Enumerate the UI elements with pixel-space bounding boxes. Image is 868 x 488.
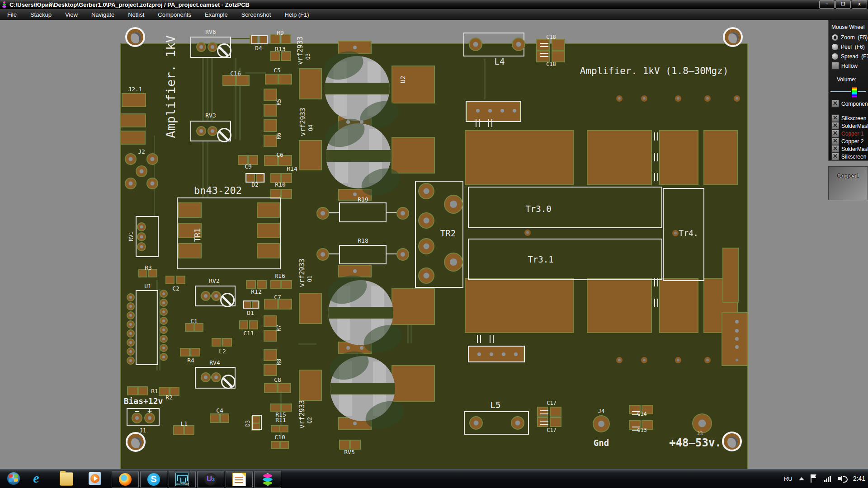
mouse-wheel-label: Mouse Wheel [831,24,864,30]
radio-label: Zoom (F5) [841,34,868,41]
layer-label: Copper 1 [841,131,863,137]
layer-label: Copper 2 [841,138,863,145]
radio-spread[interactable] [831,53,839,60]
hollow-checkbox-row[interactable]: Hollow [831,62,858,70]
layer-checkbox[interactable]: ✕ [831,137,839,145]
media-player-icon [89,472,101,485]
layer-label: Silkscreen [841,154,866,160]
disc-cyan [263,478,273,481]
language-indicator[interactable]: RU [784,475,793,482]
radio-peel[interactable] [831,43,839,51]
hole-drill [131,32,141,43]
u3-app-icon: U3 [204,473,217,486]
taskbar-icon-internet-explorer[interactable]: e [30,472,43,486]
window-titlebar[interactable]: C:\Users\Юрий\Desktop\Gerber1.0\PA_proje… [0,0,868,9]
taskbar-icon-start-orb[interactable] [7,472,21,486]
active-layer-label: Copper1 [837,172,859,179]
layer-soldermask-1[interactable]: ✕SolderMask [831,122,868,130]
layer-soldermask-4[interactable]: ✕SolderMask [831,145,868,153]
close-button[interactable]: x [852,0,867,9]
wave-glyph [177,475,188,481]
taskbar-icon-media-player[interactable] [89,472,102,486]
volume-label: Volume: [837,76,856,83]
layer-checkbox[interactable]: ✕ [831,145,839,153]
pcb-copper-pad [282,35,290,43]
logic-analyzer-icon: openVPSDA [175,473,189,486]
taskbar-icon-explorer-folder[interactable] [60,472,73,486]
window-title: C:\Users\Юрий\Desktop\Gerber1.0\PA_proje… [9,1,250,8]
hole-drill [728,32,739,43]
view-controls-panel: Mouse Wheel Hollow Volume: ✕ Components … [828,20,868,161]
restore-button[interactable]: ❐ [835,0,851,9]
hole-annulus [127,29,143,45]
desktop-screen: C:\Users\Юрий\Desktop\Gerber1.0\PA_proje… [0,0,868,488]
layer-checkbox[interactable]: ✕ [831,130,839,137]
pcb-label-rv6: RV6 [205,29,216,35]
skype-icon: S [147,473,160,486]
layer-checkbox[interactable]: ✕ [831,122,839,130]
pcb-trace [231,38,250,39]
taskbar-button-schematic-doc[interactable] [226,471,253,488]
volume-slider-groove [830,91,866,92]
internet-explorer-icon: e [30,472,42,485]
pcb-silkscreen-outline [251,35,268,44]
app-icon [1,1,7,8]
layer-checkbox[interactable]: ✕ [831,114,839,122]
menu-stackup[interactable]: Stackup [30,11,52,18]
volume-slider[interactable] [830,87,866,97]
layer-copper 1-2[interactable]: ✕Copper 1 [831,130,863,137]
pcb-label-r9: R9 [277,30,284,36]
explorer-folder-icon [60,472,73,486]
menu-navigate[interactable]: Navigate [91,11,114,18]
taskbar: eSopenVPSDAU3 [0,469,868,488]
pcb-copper-pad [271,35,279,43]
layer-label: SolderMask [841,123,868,129]
hollow-checkbox[interactable] [831,62,839,70]
pcb-viewport[interactable]: Amplifier. 1kVAmplifier. 1kV (1.8–30Mgz)… [0,20,868,469]
hole-annulus [725,29,741,45]
menu-view[interactable]: View [65,11,78,18]
menu-example[interactable]: Example [205,11,228,18]
layer-label: Silkscreen [841,115,866,122]
clock[interactable]: 2:41 [853,475,865,482]
schematic-doc-icon [232,473,246,486]
volume-speaker-icon[interactable] [838,475,847,482]
disc-green [263,481,272,485]
mini-text: openVPSDA [176,483,187,485]
radio-label: Peel (F6) [841,44,865,50]
components-checkbox[interactable]: ✕ [831,100,839,108]
menu-bar: FileStackupViewNavigateNetlistComponents… [0,9,868,20]
components-label: Components [841,101,868,107]
taskbar-button-firefox[interactable] [112,471,139,488]
taskbar-button-zofzpcb[interactable] [254,471,281,488]
menu-help-f1-[interactable]: Help (F1) [284,11,309,18]
pcb-copper-pad [260,36,267,43]
minimize-button[interactable]: – [819,0,835,9]
mousewheel-mode-peel[interactable]: Peel (F6) [831,43,865,51]
layer-copper 2-3[interactable]: ✕Copper 2 [831,137,863,145]
active-layer-panel: Copper1 [828,166,868,200]
start-orb-icon [7,472,20,485]
taskbar-button-logic-analyzer[interactable]: openVPSDA [169,471,196,488]
layer-silkscreen-0[interactable]: ✕Silkscreen [831,114,866,122]
system-tray: RU 2:41 [784,469,865,488]
layer-silkscreen-5[interactable]: ✕Silkscreen [831,153,866,160]
menu-components[interactable]: Components [158,11,191,18]
layer-checkbox[interactable]: ✕ [831,153,839,160]
mousewheel-mode-spread[interactable]: Spread (F7) [831,53,868,60]
volume-slider-handle[interactable] [851,87,858,98]
radio-label: Spread (F7) [841,53,868,60]
zofzpcb-icon [261,473,274,486]
action-center-flag-icon[interactable] [811,474,818,483]
menu-file[interactable]: File [7,11,17,18]
radio-zoom[interactable] [831,34,839,41]
show-hidden-icons-icon[interactable] [799,477,804,480]
mousewheel-mode-zoom[interactable]: Zoom (F5) [831,34,868,41]
taskbar-button-u3-app[interactable]: U3 [197,471,224,488]
menu-screenshot[interactable]: Screenshot [241,11,271,18]
menu-netlist[interactable]: Netlist [128,11,144,18]
pcb-board[interactable] [121,44,747,475]
network-signal-icon[interactable] [824,475,831,482]
components-checkbox-row[interactable]: ✕ Components [831,100,868,108]
taskbar-button-skype[interactable]: S [140,471,167,488]
